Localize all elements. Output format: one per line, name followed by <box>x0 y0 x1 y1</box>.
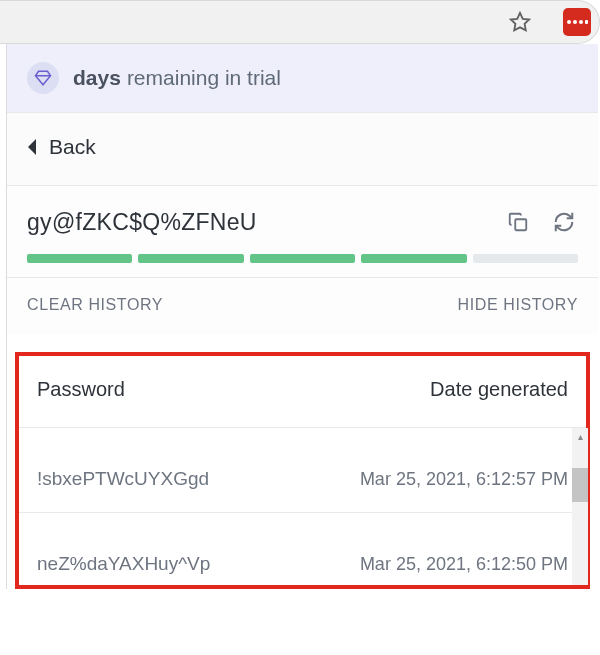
refresh-icon[interactable] <box>550 208 578 236</box>
svg-marker-0 <box>511 13 529 30</box>
lastpass-extension-icon[interactable] <box>563 8 591 36</box>
scrollbar-track[interactable]: ▴ <box>572 428 588 585</box>
strength-cell <box>138 254 243 263</box>
strength-cell <box>27 254 132 263</box>
svg-rect-2 <box>515 219 526 230</box>
strength-cell <box>361 254 466 263</box>
diamond-icon <box>27 62 59 94</box>
back-button[interactable]: Back <box>7 113 598 186</box>
clear-history-button[interactable]: CLEAR HISTORY <box>27 296 163 314</box>
bookmark-star-icon[interactable] <box>509 11 531 33</box>
history-header-row: Password Date generated <box>19 356 586 428</box>
generated-password-value: gy@fZKC$Q%ZFNeU <box>27 209 486 236</box>
generated-password-section: gy@fZKC$Q%ZFNeU <box>7 186 598 278</box>
history-row-password: !sbxePTWcUYXGgd <box>37 468 209 490</box>
caret-left-icon <box>27 139 39 155</box>
strength-cell <box>473 254 578 263</box>
back-label: Back <box>49 135 96 159</box>
hide-history-button[interactable]: HIDE HISTORY <box>458 296 578 314</box>
password-history-box: Password Date generated !sbxePTWcUYXGgd … <box>15 352 590 589</box>
history-row-date: Mar 25, 2021, 6:12:50 PM <box>360 554 568 575</box>
password-strength-meter <box>27 254 578 263</box>
scrollbar-thumb[interactable] <box>572 468 588 502</box>
history-row-date: Mar 25, 2021, 6:12:57 PM <box>360 469 568 490</box>
scroll-up-arrow-icon[interactable]: ▴ <box>572 428 588 444</box>
strength-cell <box>250 254 355 263</box>
extension-popup: days remaining in trial Back gy@fZKC$Q%Z… <box>6 44 598 589</box>
copy-icon[interactable] <box>504 208 532 236</box>
trial-days-label: days <box>73 66 121 90</box>
trial-banner[interactable]: days remaining in trial <box>7 44 598 113</box>
browser-address-bar <box>0 0 600 44</box>
history-header-date: Date generated <box>430 378 568 401</box>
trial-remaining-label: remaining in trial <box>127 66 281 90</box>
history-controls: CLEAR HISTORY HIDE HISTORY <box>7 278 598 334</box>
history-header-password: Password <box>37 378 125 401</box>
history-row-password: neZ%daYAXHuy^Vp <box>37 553 210 575</box>
history-row[interactable]: !sbxePTWcUYXGgd Mar 25, 2021, 6:12:57 PM <box>19 428 586 513</box>
history-row[interactable]: neZ%daYAXHuy^Vp Mar 25, 2021, 6:12:50 PM <box>19 513 586 585</box>
svg-marker-1 <box>28 139 36 155</box>
